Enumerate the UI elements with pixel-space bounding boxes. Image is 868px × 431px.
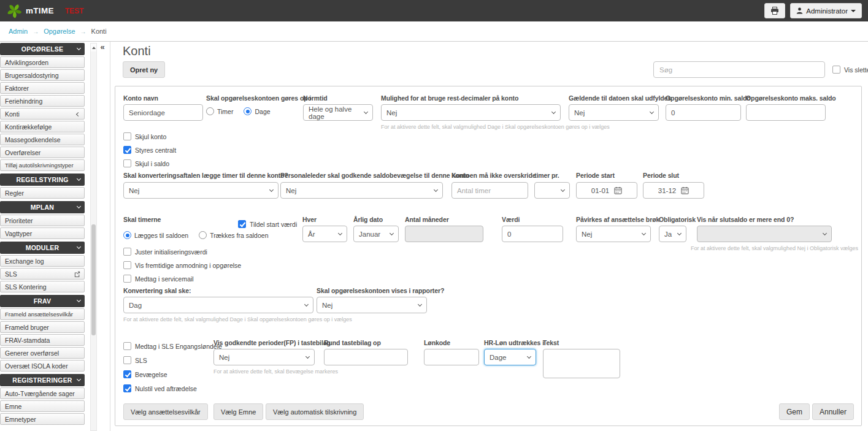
radio-laegges-til-saldoen[interactable]: [123, 231, 131, 239]
user-menu-button[interactable]: Administrator: [790, 3, 862, 18]
chevron-down-icon: [434, 188, 438, 192]
page-title: Konti: [123, 44, 151, 58]
sidebar-item-regler[interactable]: Regler: [0, 187, 85, 199]
sidebar-item-sls[interactable]: SLS: [0, 268, 85, 280]
sidebar-item-frav-stamdata[interactable]: FRAV-stamdata: [0, 334, 85, 346]
sidebar-item-overforelser[interactable]: Overførelser: [0, 147, 85, 158]
opret-ny-button[interactable]: Opret ny: [123, 61, 165, 78]
app-logo[interactable]: mTIME: [6, 2, 54, 19]
personaleleder-select[interactable]: Nej: [280, 182, 443, 199]
sidebar-item-brugersaldostyring[interactable]: Brugersaldostyring: [0, 69, 85, 81]
sidebar-item-afviklingsorden[interactable]: Afviklingsorden: [0, 56, 85, 68]
sidebar-collapse-button[interactable]: «: [96, 42, 109, 52]
radio-timer[interactable]: [206, 107, 214, 115]
sidebar-item-vagttyper[interactable]: Vagttyper: [0, 227, 85, 239]
sidebar-item-label: Vagttyper: [5, 230, 32, 237]
bevaegelse-checkbox[interactable]: Bevægelse: [123, 370, 167, 378]
radio-traekkes-fra-saldoen[interactable]: [199, 231, 207, 239]
vis-fremtidige-anmodning-checkbox[interactable]: Vis fremtidige anmodning i opgørelse: [123, 261, 241, 269]
konvertering-select[interactable]: Dag: [123, 297, 313, 313]
scrollbar-up-button[interactable]: [91, 44, 96, 51]
sidebar-item-massegodkendelse[interactable]: Massegodkendelse: [0, 134, 85, 145]
godkendte-perioder-helper: For at aktivere dette felt, skal Bevægel…: [213, 368, 338, 375]
sidebar: OPGØRELSE Afviklingsorden Brugersaldosty…: [0, 43, 85, 427]
maks-saldo-input[interactable]: [746, 104, 826, 121]
vaelg-emne-button[interactable]: Vælg Emne: [213, 403, 263, 420]
hver-select[interactable]: År: [302, 226, 347, 242]
medtag-i-sls-engangslondele-checkbox[interactable]: Medtag i SLS Engangsløndele: [123, 342, 222, 350]
sidebar-item-feriehindring[interactable]: Feriehindring: [0, 95, 85, 107]
periode-start-field[interactable]: 01-01: [576, 182, 637, 199]
nulstil-ved-aftraedelse-checkbox[interactable]: Nulstil ved aftrædelse: [123, 384, 197, 392]
checkbox-box: [238, 220, 246, 228]
sidebar-item-frameld-bruger[interactable]: Frameld bruger: [0, 321, 85, 333]
normtid-select[interactable]: Hele og halve dage: [303, 104, 373, 121]
checkbox-box: [832, 66, 840, 74]
sidebar-item-label: Frameld ansættelsesvilkår: [5, 311, 73, 318]
timer-pr-label: timer pr.: [534, 172, 559, 179]
sidebar-item-tilfoj-autotilskrivningstyper[interactable]: Tilføj autotilskrivningstyper: [0, 159, 85, 171]
sidebar-header-moduler[interactable]: MODULER: [0, 242, 85, 254]
sidebar-item-generer-overforsel[interactable]: Generer overførsel: [0, 347, 85, 359]
hr-loen-label: HR-Løn udtrækkes i: [484, 339, 544, 346]
paavirkes-select[interactable]: Nej: [576, 226, 651, 242]
sidebar-item-exchange-log[interactable]: Exchange log: [0, 255, 85, 267]
godkendte-perioder-select[interactable]: Nej: [213, 349, 315, 365]
periode-start-label: Periode start: [576, 172, 615, 179]
breadcrumb-admin[interactable]: Admin: [9, 28, 28, 35]
vaelg-automatisk-tilskrivning-button[interactable]: Vælg automatisk tilskrivning: [266, 403, 364, 420]
sls-checkbox[interactable]: SLS: [123, 356, 147, 364]
section-title: REGELSTYRING: [16, 176, 68, 183]
obligatorisk-select[interactable]: Ja: [659, 226, 686, 242]
min-saldo-input[interactable]: [666, 104, 741, 121]
personaleleder-label: Personaleleder skal godkende saldobevæge…: [280, 172, 469, 179]
tekst-textarea[interactable]: [543, 349, 620, 378]
rund-tastebilag-input[interactable]: [324, 349, 408, 365]
sidebar-item-sls-kontering[interactable]: SLS Kontering: [0, 281, 85, 292]
sidebar-item-oversaet-isola-koder[interactable]: Oversæt ISOLA koder: [0, 360, 85, 372]
sidebar-header-opgorelse[interactable]: OPGØRELSE: [0, 43, 85, 55]
timer-pr-select[interactable]: [534, 182, 570, 199]
maa-ikke-overskride-input[interactable]: [451, 182, 528, 199]
tildel-start-vaerdi-checkbox[interactable]: Tildel start værdi: [238, 220, 297, 228]
vises-i-rapporter-select[interactable]: Nej: [317, 297, 427, 313]
vaelg-ansaettelsesvilkaar-button[interactable]: Vælg ansættelsesvilkår: [123, 403, 208, 420]
breadcrumb-opgorelse[interactable]: Opgørelse: [44, 28, 75, 35]
print-button[interactable]: [764, 3, 785, 18]
sidebar-item-emnetyper[interactable]: Emnetyper: [0, 413, 85, 425]
konverteringsaftale-select[interactable]: Nej: [123, 182, 278, 199]
annuller-button[interactable]: Annuller: [812, 403, 854, 420]
vaerdi-input[interactable]: [502, 226, 563, 242]
sidebar-item-konti[interactable]: Konti: [0, 108, 85, 120]
loenkode-input[interactable]: [424, 349, 479, 365]
sidebar-item-label: Auto-Tværgående sager: [5, 390, 75, 397]
sidebar-item-auto-tvaergaende-sager[interactable]: Auto-Tværgående sager: [0, 387, 85, 399]
aarlig-dato-select[interactable]: Januar: [353, 226, 399, 242]
vis-slettet-checkbox[interactable]: Vis slettet: [832, 66, 868, 74]
sidebar-item-kontiraekkefolge[interactable]: Kontirækkefølge: [0, 121, 85, 132]
radio-dage[interactable]: [244, 107, 252, 115]
gem-button[interactable]: Gem: [779, 403, 810, 420]
section-title: OPGØRELSE: [21, 45, 63, 53]
sidebar-header-registreringer[interactable]: REGISTRERINGER: [0, 374, 85, 386]
styres-centralt-checkbox[interactable]: Styres centralt: [123, 146, 176, 154]
scrollbar-thumb[interactable]: [91, 224, 96, 335]
skjul-konto-checkbox[interactable]: Skjul konto: [123, 132, 166, 140]
sidebar-header-regelstyring[interactable]: REGELSTYRING: [0, 174, 85, 186]
sidebar-header-frav[interactable]: FRAV: [0, 295, 85, 307]
medtag-i-servicemail-checkbox[interactable]: Medtag i servicemail: [123, 275, 194, 283]
periode-slut-field[interactable]: 31-12: [643, 182, 704, 199]
sidebar-scrollbar[interactable]: [90, 43, 97, 431]
hr-loen-select[interactable]: Dage: [484, 349, 536, 365]
sidebar-item-emne[interactable]: Emne: [0, 400, 85, 412]
sidebar-item-faktorer[interactable]: Faktorer: [0, 82, 85, 94]
konto-navn-input[interactable]: [123, 104, 203, 121]
sidebar-item-frameld-ansaettelsesvilkar[interactable]: Frameld ansættelsesvilkår: [0, 308, 85, 320]
skjul-i-saldo-checkbox[interactable]: Skjul i saldo: [123, 159, 169, 167]
juster-initialiseringsvaerdi-checkbox[interactable]: Juster initialiseringsværdi: [123, 248, 207, 256]
sidebar-item-prioriteter[interactable]: Prioriteter: [0, 215, 85, 226]
sidebar-header-mplan[interactable]: MPLAN: [0, 201, 85, 213]
gaeldende-til-select[interactable]: Nej: [569, 104, 659, 121]
rest-decimaler-select[interactable]: Nej: [381, 104, 561, 121]
search-input[interactable]: [653, 61, 825, 78]
